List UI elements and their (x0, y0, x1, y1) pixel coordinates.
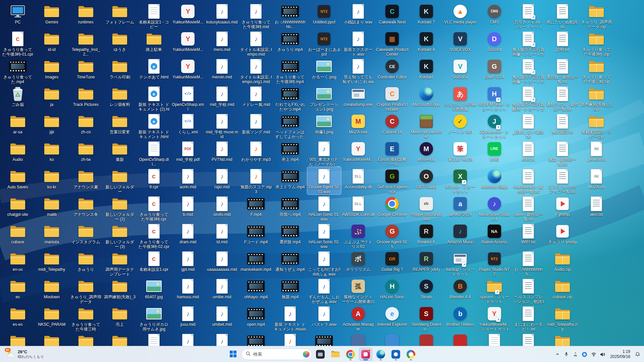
desktop-icon[interactable]: ♪001_東北きりたん（ノーマル）_今じゃ... (307, 139, 341, 167)
desktop-icon[interactable]: C名称未設定1.cpr (137, 249, 171, 277)
desktop-icon[interactable]: PDFmid_学校.pdf (171, 139, 205, 167)
desktop-icon[interactable]: 死にたい_ぬ歌詞.txt (545, 2, 580, 29)
desktop-icon[interactable]: VVoiSona (443, 57, 478, 84)
desktop-icon[interactable]: Microsoft Edge (477, 167, 512, 194)
desktop-icon[interactable]: INIgeneral.ini (580, 139, 614, 167)
desktop-icon[interactable]: e新規 テキスト ドキュメント (2).html (137, 84, 171, 112)
desktop-icon[interactable]: だれでもFXいれたやつ.mp4 (273, 84, 307, 112)
desktop-icon[interactable]: あかんたん！AITalk 3 関西風 (443, 84, 478, 112)
desktop-icon[interactable]: 路上駐車 (137, 29, 171, 57)
desktop-icon[interactable]: ぷぷよぷよ™テトリス®2 (341, 222, 375, 249)
desktop-icon[interactable]: きゅうり食ってた午後三時 (69, 304, 103, 332)
volume-icon[interactable] (598, 348, 607, 360)
desktop-icon[interactable]: SSteinberg Downlo... (409, 304, 443, 332)
desktop-icon[interactable]: ♪きゅうり食ってた午後3時.mid (239, 2, 273, 29)
desktop-icon[interactable]: Google Chrome (375, 194, 410, 222)
desktop-icon[interactable]: プレゼンテーション1.png (307, 84, 341, 112)
desktop-icon[interactable]: SSteam (409, 277, 443, 304)
desktop-icon[interactable] (512, 332, 546, 346)
desktop-icon[interactable]: フォトフレーム (103, 2, 137, 29)
desktop-icon[interactable]: NKSC_PARAM (35, 304, 69, 332)
desktop-icon[interactable]: Mixdown (35, 277, 69, 304)
desktop-icon[interactable]: アナウンス冬 (69, 194, 103, 222)
desktop-icon[interactable]: KKontakt 8 (409, 29, 443, 57)
desktop-icon[interactable]: ♪タイトル未設定, tempo.mid (239, 29, 273, 57)
desktop-icon[interactable]: OpenCvSharp.dll... (137, 139, 171, 167)
desktop-icon[interactable]: GGIMP 3.0.4 (477, 57, 512, 84)
desktop-icon[interactable]: ♪td.mid (205, 222, 239, 249)
desktop-icon[interactable]: ラベル印刷 (103, 57, 137, 84)
desktop-icon[interactable]: Cきゅうり食ってた午後3時-01.cpr (1, 29, 35, 57)
desktop-icon[interactable]: Gemini (35, 2, 69, 29)
desktop-icon[interactable]: akis.txt (580, 194, 614, 222)
desktop-icon[interactable]: ♪Groove Agent SE 01.wav (307, 167, 341, 194)
desktop-icon[interactable]: ♪meroin.mid (205, 57, 239, 84)
desktop-icon[interactable]: 名称未設定1 - コピー.zip (580, 112, 614, 139)
desktop-icon[interactable]: ♪PVTNd.mid (205, 139, 239, 167)
desktop-icon[interactable]: MMoZA.exe (341, 112, 375, 139)
desktop-icon[interactable]: en-us (1, 249, 35, 277)
notification-bell-icon[interactable] (633, 348, 642, 360)
desktop-icon[interactable]: Auto Saves (1, 167, 35, 194)
desktop-icon[interactable]: ♪mid_学校.mid (205, 84, 239, 112)
blue-app-icon[interactable] (580, 348, 589, 360)
desktop-icon[interactable]: ar-sa (1, 112, 35, 139)
google-chrome-taskbar-button[interactable] (344, 348, 357, 361)
desktop-icon[interactable]: NT2Untitled.ppsf (307, 2, 341, 29)
desktop-icon[interactable]: ↗万引きメモ.txt - ショートカット (512, 2, 546, 29)
desktop-icon[interactable]: ♪メドレー風.mid (239, 84, 273, 112)
desktop-icon[interactable]: 選択肢 - 親作品一覧.txt (545, 57, 580, 84)
desktop-icon[interactable]: 画像1.png (307, 112, 341, 139)
pinned-app-colorful-taskbar-button[interactable] (404, 348, 418, 361)
pinned-app-dark-taskbar-button[interactable] (314, 348, 327, 361)
desktop-icon[interactable]: H↗HDDFMT.exe - ショートカット (477, 84, 512, 112)
desktop-icon[interactable]: 調声練習(失敗)_3 (103, 277, 137, 304)
pinned-app-blue-taskbar-button[interactable] (389, 348, 402, 361)
desktop-icon[interactable]: ko (35, 139, 69, 167)
desktop-icon[interactable]: PC (1, 2, 35, 29)
desktop-icon[interactable]: ♪umibet.mid (205, 304, 239, 332)
pinned-app-pink-taskbar-button[interactable] (359, 348, 372, 361)
desktop-icon[interactable]: X↗9.5.xlsx - ショートカット (443, 167, 478, 194)
desktop-icon[interactable]: CCakewalk Next (375, 2, 410, 29)
desktop-icon[interactable]: ♪新規 テキスト ドキュメント.musicxml (273, 304, 307, 332)
desktop-icon[interactable]: きゅうり.ymmp (545, 222, 580, 249)
desktop-icon[interactable]: ▲VLC media player (443, 2, 478, 29)
desktop-icon[interactable]: manisekarin - 親作品一覧.txt (512, 167, 546, 194)
desktop-icon[interactable]: open.mp4 (239, 304, 273, 332)
desktop-icon[interactable]: Track Pictures (69, 84, 103, 112)
desktop-icon[interactable]: おっhhhhhhhhhh... (512, 249, 546, 277)
desktop-icon[interactable]: RReaktor 6 (409, 222, 443, 249)
desktop-icon[interactable]: 通知うぜぇ.mp4 (273, 249, 307, 277)
desktop-icon[interactable]: YYukkuriMovieM... (341, 139, 375, 167)
desktop-icon[interactable]: cubase (1, 222, 35, 249)
desktop-icon[interactable] (545, 332, 580, 346)
desktop-icon[interactable]: きゅうり.mp4 (273, 29, 307, 57)
weather-widget[interactable]: 9+ 26°C 晴れのちくもり (3, 346, 48, 362)
desktop-icon[interactable]: Audio (1, 139, 35, 167)
desktop-icon[interactable]: BBlender 4.4 (443, 277, 478, 304)
desktop-icon[interactable]: NT2おーばーまにあ.ppsf (307, 29, 341, 57)
desktop-icon[interactable]: maniuta (35, 222, 69, 249)
desktop-icon[interactable]: まにまにわーるど！.txt (512, 304, 546, 332)
microphone-icon[interactable] (562, 348, 571, 360)
desktop-icon[interactable]: OOBS Studio (409, 167, 443, 194)
desktop-icon[interactable]: ごみ箱 (1, 84, 35, 112)
desktop-icon[interactable]: TimeTune (69, 57, 103, 84)
desktop-icon[interactable]: 65407.jpg (137, 277, 171, 304)
desktop-icon[interactable]: bBrother Utilities (443, 304, 478, 332)
desktop-icon[interactable] (1, 332, 35, 346)
desktop-icon[interactable]: id-id (35, 29, 69, 57)
desktop-icon[interactable]: open - 親作品一覧.txt (512, 194, 546, 222)
desktop-icon[interactable]: ♪b.mid (171, 194, 205, 222)
desktop-icon[interactable]: ♪MuseScore Studio 4 (477, 194, 512, 222)
desktop-icon[interactable]: ♪新規エクスポート.wav (341, 29, 375, 57)
desktop-icon[interactable]: ✓ノートン 360 (443, 112, 478, 139)
desktop-icon[interactable]: C9.cpr (137, 167, 171, 194)
desktop-icon[interactable]: Telepathy_Inst_2... (69, 29, 103, 57)
desktop-icon[interactable]: ♪わかりやす.mp3 (239, 139, 273, 167)
accessibility-icon[interactable] (571, 348, 580, 360)
desktop-icon[interactable]: 売上 (103, 304, 137, 332)
desktop-icon[interactable]: VVOICEVOX (443, 29, 478, 57)
desktop-icon[interactable] (375, 332, 410, 346)
